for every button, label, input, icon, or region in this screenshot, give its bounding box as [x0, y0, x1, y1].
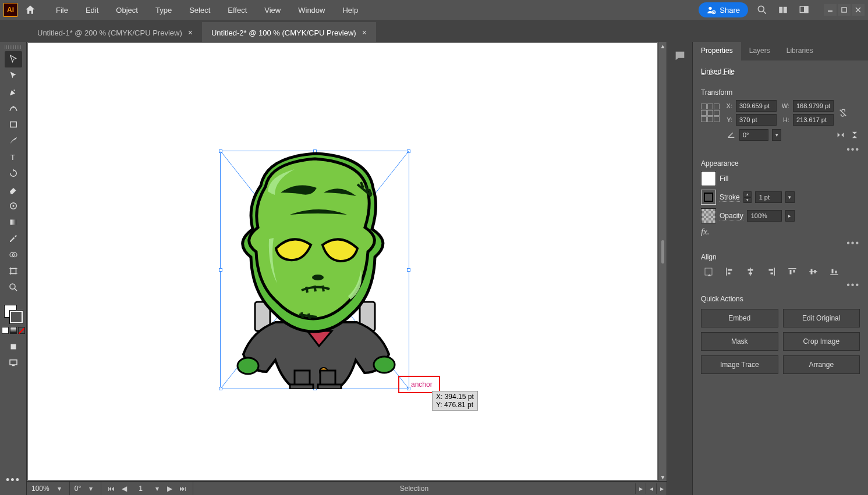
gradient-tool[interactable]	[5, 214, 22, 230]
scroll-menu-button[interactable]: ▸	[635, 483, 646, 494]
selection-type-label[interactable]: Linked File	[701, 67, 735, 76]
flip-horizontal-icon[interactable]	[835, 130, 846, 140]
width-tool[interactable]	[5, 198, 22, 214]
next-artboard-button[interactable]: ▶	[165, 484, 175, 493]
h-input[interactable]	[793, 114, 834, 126]
rotate-dropdown[interactable]: ▾	[86, 484, 96, 493]
close-icon[interactable]: ×	[188, 28, 193, 37]
shape-builder-tool[interactable]	[5, 247, 22, 263]
panel-grip[interactable]	[5, 45, 22, 49]
zoom-dropdown[interactable]: ▾	[54, 484, 65, 493]
reference-point-grid[interactable]	[701, 104, 720, 122]
align-top-icon[interactable]	[785, 265, 800, 279]
tab-layers[interactable]: Layers	[741, 42, 778, 60]
share-button[interactable]: Share	[699, 2, 748, 17]
edit-toolbar-button[interactable]: •••	[5, 472, 22, 488]
align-vcenter-icon[interactable]	[806, 265, 821, 279]
search-icon[interactable]	[755, 3, 769, 17]
align-hcenter-icon[interactable]	[743, 265, 758, 279]
menu-edit[interactable]: Edit	[77, 3, 107, 17]
scroll-left-button[interactable]: ◂	[646, 483, 656, 494]
mask-button[interactable]: Mask	[701, 332, 778, 351]
menu-object[interactable]: Object	[108, 3, 146, 17]
zoom-tool[interactable]	[5, 279, 22, 295]
pen-tool[interactable]	[5, 84, 22, 100]
menu-help[interactable]: Help	[334, 3, 366, 17]
type-tool[interactable]: T	[5, 149, 22, 165]
curvature-tool[interactable]	[5, 100, 22, 116]
home-icon[interactable]	[23, 3, 37, 17]
constrain-proportions-icon[interactable]	[837, 107, 849, 119]
fill-stroke-swatches[interactable]	[4, 305, 23, 323]
align-more-options[interactable]: •••	[701, 280, 860, 290]
stroke-weight-dropdown[interactable]: ▾	[785, 191, 795, 203]
color-mode-icon[interactable]	[2, 327, 9, 334]
brush-tool[interactable]	[5, 133, 22, 149]
edit-original-button[interactable]: Edit Original	[783, 309, 860, 327]
align-bottom-icon[interactable]	[827, 265, 842, 279]
menu-view[interactable]: View	[256, 3, 289, 17]
flip-vertical-icon[interactable]	[849, 130, 860, 140]
coordinate-tooltip: X: 394.15 pt Y: 476.81 pt	[432, 391, 478, 411]
menu-effect[interactable]: Effect	[219, 3, 255, 17]
close-button[interactable]	[852, 4, 865, 16]
artboard-dropdown[interactable]: ▾	[152, 484, 162, 493]
stroke-weight-stepper[interactable]: ▴▾	[743, 191, 752, 203]
angle-dropdown[interactable]: ▾	[772, 129, 781, 141]
menu-file[interactable]: File	[48, 3, 76, 17]
first-artboard-button[interactable]: ⏮	[106, 484, 116, 493]
arrange-button[interactable]: Arrange	[783, 355, 860, 374]
direct-selection-tool[interactable]	[5, 67, 22, 84]
stroke-label[interactable]: Stroke	[720, 193, 740, 202]
close-icon[interactable]: ×	[362, 28, 367, 37]
menu-type[interactable]: Type	[147, 3, 180, 17]
opacity-label[interactable]: Opacity	[720, 212, 743, 220]
fill-swatch[interactable]	[701, 171, 716, 186]
tab-properties[interactable]: Properties	[693, 42, 741, 60]
crop-image-button[interactable]: Crop Image	[783, 332, 860, 351]
eyedropper-tool[interactable]	[5, 230, 22, 247]
none-mode-icon[interactable]	[18, 327, 25, 334]
tab-libraries[interactable]: Libraries	[778, 42, 821, 60]
x-input[interactable]	[736, 100, 777, 112]
appearance-more-options[interactable]: •••	[701, 238, 860, 248]
y-input[interactable]	[736, 114, 777, 126]
stroke-swatch[interactable]	[10, 311, 23, 323]
arrange-docs-icon[interactable]	[776, 3, 790, 17]
last-artboard-button[interactable]: ⏭	[178, 484, 188, 493]
align-to-dropdown[interactable]	[701, 265, 716, 279]
rectangle-tool[interactable]	[5, 116, 22, 133]
selection-tool[interactable]	[5, 51, 22, 67]
menu-select[interactable]: Select	[181, 3, 218, 17]
effects-button[interactable]: fx.	[701, 227, 860, 237]
maximize-button[interactable]	[838, 4, 851, 16]
stroke-swatch[interactable]	[701, 190, 716, 205]
gradient-mode-icon[interactable]	[10, 327, 17, 334]
transform-more-options[interactable]: •••	[701, 144, 860, 155]
opacity-value[interactable]: 100%	[747, 210, 782, 222]
comments-icon[interactable]	[672, 48, 688, 64]
workspace-icon[interactable]	[797, 3, 811, 17]
angle-input[interactable]	[739, 129, 768, 141]
w-input[interactable]	[793, 100, 834, 112]
tab-untitled-2[interactable]: Untitled-2* @ 100 % (CMYK/CPU Preview) ×	[202, 22, 376, 42]
menu-window[interactable]: Window	[290, 3, 333, 17]
eraser-tool[interactable]	[5, 181, 22, 198]
image-trace-button[interactable]: Image Trace	[701, 355, 778, 374]
canvas[interactable]: anchor X: 394.15 pt Y: 476.81 pt	[27, 42, 658, 481]
rotate-tool[interactable]	[5, 165, 22, 181]
stroke-weight-value[interactable]: 1 pt	[755, 191, 782, 203]
artboard-tool[interactable]	[5, 263, 22, 279]
minimize-button[interactable]	[824, 4, 837, 16]
opacity-dropdown[interactable]: ▸	[785, 210, 795, 222]
align-left-icon[interactable]	[722, 265, 737, 279]
align-right-icon[interactable]	[764, 265, 779, 279]
screen-mode-icon[interactable]	[5, 355, 22, 371]
opacity-swatch[interactable]	[701, 208, 716, 223]
tab-untitled-1[interactable]: Untitled-1* @ 200 % (CMYK/CPU Preview) ×	[28, 22, 202, 42]
vertical-scrollbar[interactable]: ▲ ▼	[658, 42, 667, 481]
embed-button[interactable]: Embed	[701, 309, 778, 327]
draw-mode-icon[interactable]	[5, 339, 22, 355]
prev-artboard-button[interactable]: ◀	[119, 484, 129, 493]
scroll-right-button[interactable]: ▸	[656, 483, 667, 494]
